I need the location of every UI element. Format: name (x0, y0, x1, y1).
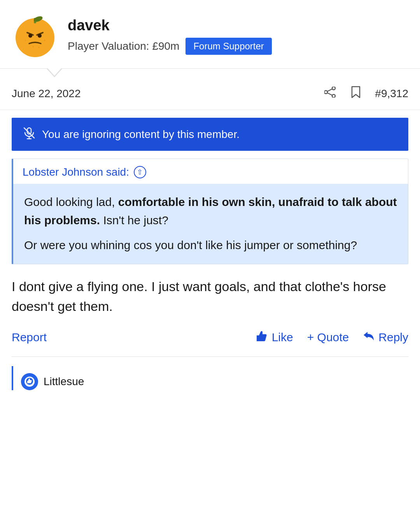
user-info: davek Player Valuation: £90m Forum Suppo… (68, 17, 272, 55)
like-label: Like (272, 331, 293, 344)
reactions-bar: Littlesue (12, 366, 408, 390)
ignore-banner-text: You are ignoring content by this member. (42, 128, 240, 141)
quote-line1: Good looking lad, comfortable in his own… (24, 193, 397, 229)
like-button[interactable]: Like (256, 330, 293, 345)
header-arrow-divider (47, 69, 62, 77)
quote-content: Good looking lad, comfortable in his own… (13, 184, 408, 264)
forum-supporter-badge: Forum Supporter (186, 38, 271, 55)
quote-author: Lobster Johnson said: ⇧ (23, 166, 399, 178)
reaction-username: Littlesue (44, 375, 84, 388)
quote-header: Lobster Johnson said: ⇧ (13, 159, 408, 184)
ignore-banner: You are ignoring content by this member. (12, 118, 408, 151)
svg-point-1 (16, 21, 54, 57)
post-header: davek Player Valuation: £90m Forum Suppo… (0, 0, 420, 69)
svg-point-7 (38, 34, 42, 38)
svg-point-11 (38, 47, 40, 48)
post-text: I dont give a flying one. I just want go… (12, 277, 408, 316)
user-avatar (12, 12, 58, 59)
quote-label: + Quote (307, 331, 349, 344)
bookmark-icon[interactable] (351, 86, 361, 101)
share-icon[interactable] (324, 87, 337, 100)
reply-icon (363, 331, 374, 344)
post-meta-bar: June 22, 2022 #9,312 (0, 77, 420, 110)
svg-line-16 (327, 93, 332, 95)
quote-block: Lobster Johnson said: ⇧ Good looking lad… (12, 159, 408, 264)
svg-point-6 (28, 34, 32, 38)
report-link[interactable]: Report (12, 331, 47, 344)
post-body: You are ignoring content by this member.… (0, 110, 420, 402)
post-footer: Report Like + Quote (12, 330, 408, 357)
svg-point-14 (324, 91, 327, 94)
like-icon (256, 330, 268, 345)
reaction-avatar (21, 373, 38, 390)
post-actions-right: #9,312 (324, 86, 408, 101)
footer-actions: Like + Quote Reply (256, 330, 408, 345)
svg-point-9 (44, 40, 46, 41)
svg-point-10 (32, 46, 34, 47)
mute-icon (23, 126, 36, 142)
post-container: davek Player Valuation: £90m Forum Suppo… (0, 0, 420, 402)
svg-point-12 (332, 87, 335, 90)
quote-button[interactable]: + Quote (307, 331, 349, 344)
post-number: #9,312 (375, 87, 408, 100)
quote-up-icon[interactable]: ⇧ (134, 166, 146, 178)
username: davek (68, 17, 272, 34)
user-meta: Player Valuation: £90m Forum Supporter (68, 38, 272, 55)
quote-line2: Or were you whining cos you don't like h… (24, 236, 397, 255)
player-valuation: Player Valuation: £90m (68, 40, 179, 52)
svg-point-13 (332, 94, 335, 98)
svg-point-8 (24, 40, 26, 41)
reply-label: Reply (378, 331, 408, 344)
svg-line-15 (327, 89, 332, 91)
reply-button[interactable]: Reply (363, 331, 408, 344)
post-date: June 22, 2022 (12, 87, 81, 100)
